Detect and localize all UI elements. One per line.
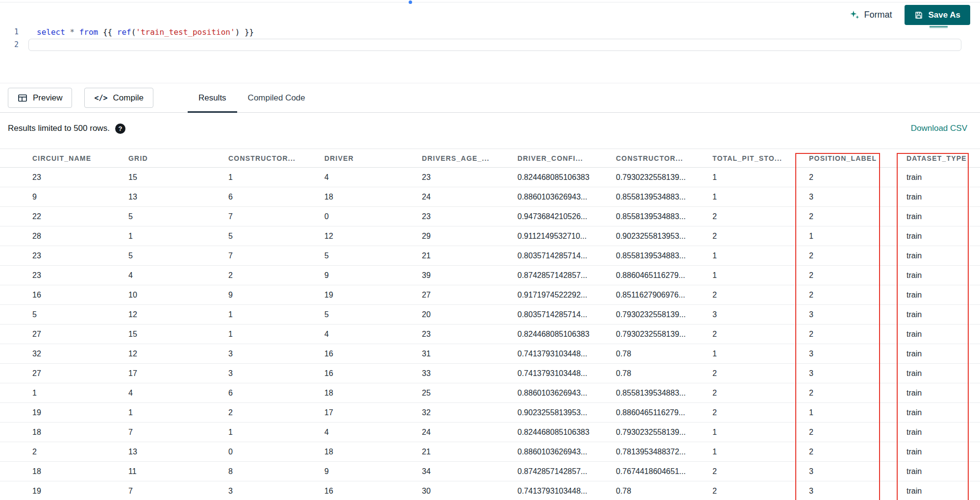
- table-cell: 8: [228, 462, 324, 481]
- help-icon[interactable]: ?: [115, 124, 125, 134]
- table-cell: 32: [0, 344, 128, 364]
- column-header: CONSTRUCTOR...: [228, 149, 324, 168]
- table-cell: 3: [809, 364, 906, 383]
- format-button[interactable]: Format: [849, 10, 892, 20]
- table-cell: 2: [0, 442, 128, 462]
- table-cell: 1: [228, 325, 324, 344]
- table-cell: 12: [324, 226, 422, 246]
- table-cell: 23: [422, 325, 517, 344]
- table-cell: 0.7930232558139...: [616, 325, 712, 344]
- table-cell: 0.78: [616, 481, 712, 500]
- sparkles-icon: [849, 10, 859, 20]
- results-table-container: CIRCUIT_NAMEGRIDCONSTRUCTOR...DRIVERDRIV…: [0, 149, 980, 500]
- table-cell: 4: [324, 423, 422, 442]
- table-cell: 2: [809, 266, 906, 285]
- table-cell: 2: [712, 403, 809, 423]
- table-cell: 1: [712, 187, 809, 207]
- clipped-ui-fragment: [930, 26, 948, 28]
- format-label: Format: [864, 10, 892, 20]
- table-cell: 0.9023255813953...: [616, 226, 712, 246]
- table-cell: 16: [324, 364, 422, 383]
- table-cell: 32: [422, 403, 517, 423]
- table-cell: 23: [0, 168, 128, 187]
- table-cell: 30: [422, 481, 517, 500]
- table-cell: 22: [0, 207, 128, 226]
- compile-button[interactable]: </> Compile: [84, 88, 153, 108]
- table-cell: 12: [128, 344, 228, 364]
- unsaved-indicator-dot: [409, 0, 412, 4]
- table-cell: 2: [712, 462, 809, 481]
- table-cell: train: [906, 168, 980, 187]
- table-cell: 3: [228, 344, 324, 364]
- table-cell: 2: [809, 442, 906, 462]
- preview-button[interactable]: Preview: [8, 88, 72, 108]
- table-cell: 1: [228, 423, 324, 442]
- table-cell: 2: [712, 481, 809, 500]
- table-cell: 2: [228, 266, 324, 285]
- results-tabs: Results Compiled Code: [188, 83, 316, 112]
- code-token-plain: [74, 27, 79, 37]
- table-row: 3212316310.7413793103448...0.7813train: [0, 344, 980, 364]
- table-row: 22570230.9473684210526...0.8558139534883…: [0, 207, 980, 226]
- table-cell: train: [906, 266, 980, 285]
- table-cell: 0.7413793103448...: [517, 481, 616, 500]
- save-icon: [914, 11, 923, 20]
- top-divider: [0, 2, 980, 2]
- table-cell: 31: [422, 344, 517, 364]
- code-editor[interactable]: 1 select * from {{ ref('train_test_posit…: [0, 0, 980, 51]
- table-cell: train: [906, 423, 980, 442]
- sql-editor-pane: Format Save As 1 select * from {{ ref('t…: [0, 0, 980, 83]
- code-token-keyword: select: [37, 27, 65, 37]
- column-header: GRID: [128, 149, 228, 168]
- sql-ide-app: Format Save As 1 select * from {{ ref('t…: [0, 0, 980, 500]
- table-cell: train: [906, 383, 980, 403]
- compile-label: Compile: [113, 93, 144, 103]
- table-cell: 4: [324, 168, 422, 187]
- table-cell: 3: [809, 187, 906, 207]
- table-cell: 2: [712, 325, 809, 344]
- limit-note: Results limited to 500 rows.: [8, 124, 110, 133]
- table-row: 181189340.8742857142857...0.767441860465…: [0, 462, 980, 481]
- table-cell: 0.824468085106383: [517, 423, 616, 442]
- table-cell: 2: [712, 207, 809, 226]
- code-line-1: 1 select * from {{ ref('train_test_posit…: [0, 25, 980, 38]
- table-cell: 1: [809, 226, 906, 246]
- download-csv-link[interactable]: Download CSV: [911, 124, 967, 133]
- table-cell: 2: [809, 207, 906, 226]
- table-cell: train: [906, 187, 980, 207]
- table-cell: 0.824468085106383: [517, 325, 616, 344]
- table-cell: 5: [228, 226, 324, 246]
- table-cell: 0.8742857142857...: [517, 462, 616, 481]
- table-cell: 0: [324, 207, 422, 226]
- code-token-function: ref: [117, 27, 131, 37]
- table-cell: 24: [422, 187, 517, 207]
- table-cell: 13: [128, 187, 228, 207]
- table-cell: 1: [228, 168, 324, 187]
- table-cell: 4: [128, 266, 228, 285]
- results-table: CIRCUIT_NAMEGRIDCONSTRUCTOR...DRIVERDRIV…: [0, 149, 980, 500]
- table-cell: 5: [0, 305, 128, 325]
- table-cell: 2: [809, 383, 906, 403]
- tab-results-label: Results: [198, 93, 226, 103]
- column-header: DATASET_TYPE: [906, 149, 980, 168]
- table-cell: 1: [228, 305, 324, 325]
- table-cell: 2: [809, 168, 906, 187]
- code-token-plain: ): [235, 27, 240, 37]
- table-cell: 19: [324, 285, 422, 305]
- table-row: 18714240.8244680851063830.7930232558139.…: [0, 423, 980, 442]
- table-cell: 19: [0, 481, 128, 500]
- table-cell: 20: [422, 305, 517, 325]
- table-cell: 15: [128, 168, 228, 187]
- table-row: 213018210.8860103626943...0.781395348837…: [0, 442, 980, 462]
- table-cell: 24: [422, 423, 517, 442]
- table-cell: 0.9473684210526...: [517, 207, 616, 226]
- active-line-highlight[interactable]: [28, 39, 961, 51]
- save-as-button[interactable]: Save As: [905, 5, 970, 25]
- table-cell: 5: [324, 246, 422, 266]
- tab-compiled-code[interactable]: Compiled Code: [237, 83, 316, 112]
- tab-results[interactable]: Results: [188, 83, 237, 112]
- table-cell: 21: [422, 246, 517, 266]
- table-cell: 27: [0, 364, 128, 383]
- table-cell: 3: [712, 305, 809, 325]
- table-cell: 7: [128, 423, 228, 442]
